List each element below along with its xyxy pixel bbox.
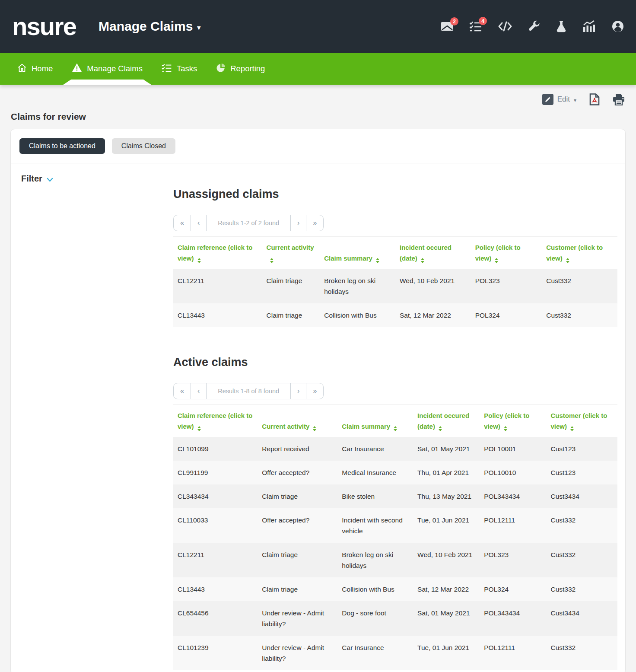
table-cell[interactable]: Cust332: [546, 508, 617, 543]
sort-icon[interactable]: [570, 426, 574, 431]
column-header[interactable]: Incident occured (date): [413, 405, 480, 437]
table-cell[interactable]: CL101239: [173, 636, 258, 670]
column-header[interactable]: Claim reference (click to view): [173, 405, 258, 437]
app-title-label: Manage Claims: [99, 19, 193, 34]
tab-claims-to-be-actioned[interactable]: Claims to be actioned: [19, 138, 105, 154]
table-cell[interactable]: Cust332: [542, 303, 617, 327]
sort-icon[interactable]: [504, 426, 507, 431]
table-row[interactable]: CL991199Offer accepted?Medical Insurance…: [173, 461, 617, 484]
table-cell[interactable]: POL10010: [480, 461, 546, 484]
app-title-dropdown[interactable]: Manage Claims ▾: [99, 19, 200, 34]
filter-toggle[interactable]: Filter: [19, 173, 173, 184]
table-cell[interactable]: Cust332: [546, 577, 617, 601]
next-page-button[interactable]: ›: [291, 383, 306, 399]
table-row[interactable]: CL12211Claim triageBroken leg on ski hol…: [173, 269, 617, 303]
next-page-button[interactable]: ›: [291, 215, 306, 231]
table-cell[interactable]: CL654456: [173, 601, 258, 636]
table-cell[interactable]: Cust3434: [546, 484, 617, 508]
sort-icon[interactable]: [270, 258, 273, 263]
sort-icon[interactable]: [394, 426, 397, 431]
column-header[interactable]: Claim summary: [337, 405, 413, 437]
last-page-button[interactable]: »: [306, 215, 323, 231]
table-cell[interactable]: Cust3434: [546, 601, 617, 636]
column-header[interactable]: Customer (click to view): [542, 237, 617, 269]
table-cell[interactable]: POL323: [480, 543, 546, 577]
table-cell[interactable]: Cust332: [542, 269, 617, 303]
sort-icon[interactable]: [376, 258, 379, 263]
table-cell[interactable]: POL323: [471, 269, 542, 303]
tab-claims-closed[interactable]: Claims Closed: [112, 138, 175, 154]
nav-item-home[interactable]: Home: [16, 53, 54, 85]
edit-dropdown[interactable]: Edit ▾: [542, 94, 576, 105]
brand-logo[interactable]: nsure: [12, 14, 76, 39]
table-cell[interactable]: CL13443: [173, 577, 258, 601]
sort-icon[interactable]: [566, 258, 569, 263]
table-cell[interactable]: POL324: [471, 303, 542, 327]
topbar-icons: 2 4: [441, 20, 624, 32]
prev-page-button[interactable]: ‹: [191, 383, 206, 399]
column-header[interactable]: Current activity: [258, 405, 337, 437]
column-header[interactable]: Customer (click to view): [546, 405, 617, 437]
table-cell: Report received: [258, 437, 337, 461]
table-cell[interactable]: Cust332: [546, 636, 617, 670]
table-row[interactable]: CL654456Under review - Admit liability?D…: [173, 601, 617, 636]
table-cell[interactable]: Cust123: [546, 461, 617, 484]
table-row[interactable]: CL101099Report receivedCar InsuranceSat,…: [173, 437, 617, 461]
table-cell[interactable]: POL324: [480, 577, 546, 601]
prev-page-button[interactable]: ‹: [191, 215, 206, 231]
nav-item-tasks[interactable]: Tasks: [160, 53, 199, 85]
table-cell[interactable]: Cust332: [546, 543, 617, 577]
task-list-icon[interactable]: 4: [469, 21, 482, 32]
sort-icon[interactable]: [495, 258, 498, 263]
table-cell[interactable]: CL12211: [173, 543, 258, 577]
column-header[interactable]: Current activity: [262, 237, 320, 269]
table-row[interactable]: CL110033Offer accepted?Incident with sec…: [173, 508, 617, 543]
table-cell[interactable]: POL10001: [480, 437, 546, 461]
first-page-button[interactable]: «: [174, 215, 191, 231]
table-cell[interactable]: POL12111: [480, 508, 546, 543]
table-cell: Thu, 13 May 2021: [413, 484, 480, 508]
table-cell[interactable]: POL343434: [480, 601, 546, 636]
table-cell[interactable]: CL343434: [173, 484, 258, 508]
table-cell[interactable]: CL110033: [173, 508, 258, 543]
user-profile-icon[interactable]: [612, 20, 624, 32]
first-page-button[interactable]: «: [174, 383, 191, 399]
nav-item-label: Reporting: [230, 64, 265, 73]
wrench-icon[interactable]: [528, 20, 540, 32]
analytics-icon[interactable]: [582, 20, 596, 32]
sort-icon[interactable]: [313, 426, 316, 431]
mail-icon[interactable]: 2: [441, 21, 454, 32]
column-header[interactable]: Policy (click to view): [480, 405, 546, 437]
nav-item-reporting[interactable]: Reporting: [214, 53, 267, 85]
active-claims-table: Claim reference (click to view)Current a…: [173, 404, 617, 670]
column-header[interactable]: Incident occured (date): [395, 237, 471, 269]
table-cell[interactable]: CL12211: [173, 269, 262, 303]
print-icon[interactable]: [613, 94, 625, 105]
table-row[interactable]: CL343434Claim triageBike stolenThu, 13 M…: [173, 484, 617, 508]
last-page-button[interactable]: »: [306, 383, 323, 399]
table-cell[interactable]: CL101099: [173, 437, 258, 461]
table-cell[interactable]: POL12111: [480, 636, 546, 670]
column-header[interactable]: Claim summary: [320, 237, 395, 269]
table-cell[interactable]: CL991199: [173, 461, 258, 484]
checklist-icon: [162, 63, 172, 75]
export-pdf-icon[interactable]: [589, 93, 600, 105]
flask-icon[interactable]: [556, 20, 567, 32]
nav-item-label: Tasks: [177, 64, 197, 73]
code-icon[interactable]: [498, 21, 512, 32]
sort-icon[interactable]: [421, 258, 424, 263]
nav-item-manage-claims[interactable]: Manage Claims: [70, 53, 144, 85]
table-row[interactable]: CL12211Claim triageBroken leg on ski hol…: [173, 543, 617, 577]
column-header[interactable]: Policy (click to view): [471, 237, 542, 269]
table-row[interactable]: CL13443Claim triageCollision with BusSat…: [173, 303, 617, 327]
sort-icon[interactable]: [197, 258, 201, 263]
table-row[interactable]: CL101239Under review - Admit liability?C…: [173, 636, 617, 670]
table-cell[interactable]: CL13443: [173, 303, 262, 327]
sort-icon[interactable]: [439, 426, 442, 431]
home-icon: [17, 63, 27, 75]
table-row[interactable]: CL13443Claim triageCollision with BusSat…: [173, 577, 617, 601]
column-header[interactable]: Claim reference (click to view): [173, 237, 262, 269]
sort-icon[interactable]: [197, 426, 201, 431]
table-cell[interactable]: Cust123: [546, 437, 617, 461]
table-cell[interactable]: POL343434: [480, 484, 546, 508]
